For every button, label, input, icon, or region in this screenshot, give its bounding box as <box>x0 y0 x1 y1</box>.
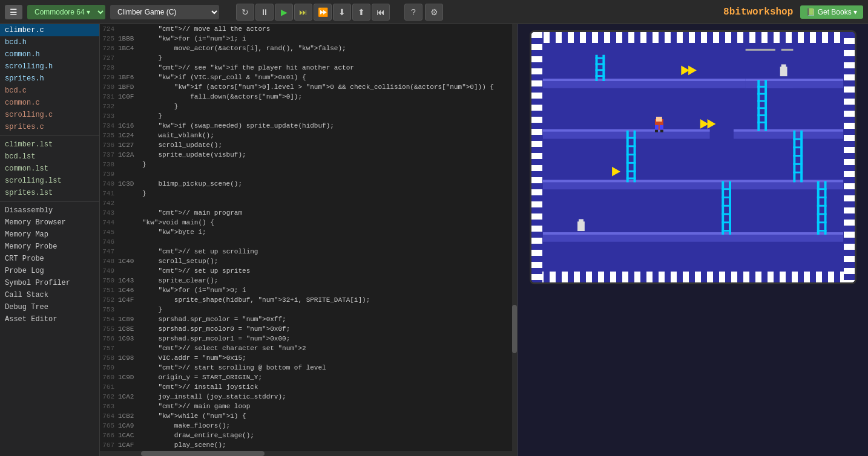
sidebar-item-symbol-profiler[interactable]: Symbol Profiler <box>0 277 99 289</box>
line-address <box>118 63 140 73</box>
code-line: 761 "cmt">// install joystick <box>100 382 512 392</box>
sidebar-item-climber-c[interactable]: climber.c <box>0 24 99 36</box>
line-number: 731 <box>100 92 118 102</box>
code-line: 7401C3D blimp_pickup_scene(); <box>100 179 512 189</box>
line-number: 751 <box>100 285 118 295</box>
svg-rect-29 <box>626 137 636 139</box>
line-number: 754 <box>100 314 118 324</box>
svg-rect-25 <box>757 114 767 116</box>
project-dropdown[interactable]: Climber Game (C) <box>110 5 219 19</box>
sidebar-item-memory-map[interactable]: Memory Map <box>0 229 99 241</box>
v-scrollbar-thumb[interactable] <box>512 305 517 353</box>
sidebar-item-sprites-lst[interactable]: sprites.lst <box>0 187 99 199</box>
svg-rect-21 <box>757 86 767 88</box>
line-address <box>118 208 140 218</box>
horizontal-scrollbar[interactable] <box>100 451 512 456</box>
svg-rect-67 <box>579 219 584 224</box>
line-address <box>118 160 140 169</box>
code-line: 7551C8E sprshad.spr_mcolor0 = "num">0x0f… <box>100 324 512 334</box>
line-code: draw_entire_stage(); <box>140 431 512 440</box>
step-over-button[interactable]: ⏭ <box>294 4 312 21</box>
line-code: "cmt">// main game loop <box>140 402 512 411</box>
svg-rect-31 <box>626 154 636 155</box>
sidebar-item-memory-probe[interactable]: Memory Probe <box>0 241 99 253</box>
line-number: 766 <box>100 431 118 440</box>
sidebar-item-call-stack[interactable]: Call Stack <box>0 289 99 301</box>
sidebar-item-sprites-c[interactable]: sprites.c <box>0 121 99 133</box>
line-code: "kw">for (i="num">1; i <box>140 34 512 44</box>
code-line: 732 } <box>100 102 512 111</box>
svg-rect-23 <box>757 100 767 102</box>
svg-rect-18 <box>595 75 605 77</box>
line-address <box>118 53 140 63</box>
get-books-button[interactable]: 📗 Get Books ▾ <box>800 5 863 19</box>
sidebar-item-bcd-h[interactable]: bcd.h <box>0 36 99 48</box>
code-editor: 724 "cmt">// move all the actors7251BBB … <box>100 24 512 456</box>
svg-rect-30 <box>626 145 636 147</box>
sidebar-item-asset-editor[interactable]: Asset Editor <box>0 313 99 325</box>
sidebar-item-common-c[interactable]: common.c <box>0 97 99 109</box>
code-line: 7671CAF play_scene(); <box>100 440 512 450</box>
sidebar-item-scrolling-lst[interactable]: scrolling.lst <box>0 175 99 187</box>
upload-button[interactable]: ⬆ <box>352 4 370 21</box>
line-number: 765 <box>100 421 118 431</box>
sidebar-item-sprites-h[interactable]: sprites.h <box>0 73 99 85</box>
fast-forward-button[interactable]: ⏩ <box>314 4 332 21</box>
sidebar-item-debug-tree[interactable]: Debug Tree <box>0 301 99 313</box>
sidebar-item-memory-browser[interactable]: Memory Browser <box>0 217 99 229</box>
line-address: 1CA2 <box>118 392 140 402</box>
sidebar-item-probe-log[interactable]: Probe Log <box>0 265 99 277</box>
sidebar-item-disassembly[interactable]: Disassembly <box>0 204 99 217</box>
vertical-scrollbar[interactable] <box>512 24 517 456</box>
code-line: 7501C43 sprite_clear(); <box>100 276 512 285</box>
code-line: 7361C27 scroll_update(); <box>100 140 512 150</box>
line-number: 733 <box>100 111 118 121</box>
sidebar-item-scrolling-c[interactable]: scrolling.c <box>0 109 99 121</box>
svg-rect-24 <box>757 107 767 109</box>
line-code: } <box>140 160 512 169</box>
play-button[interactable]: ▶ <box>275 4 293 21</box>
code-line: 728 "cmt">// see "kw">if the player hit … <box>100 63 512 73</box>
line-address <box>118 363 140 373</box>
settings-button[interactable]: ⚙ <box>425 4 443 21</box>
sidebar-item-common-lst[interactable]: common.lst <box>0 163 99 175</box>
sidebar-item-climber-lst[interactable]: climber.lst <box>0 138 99 151</box>
line-address <box>118 189 140 198</box>
code-line: 745 "kw">byte i; <box>100 227 512 237</box>
line-code: joy_install (joy_static_stddrv); <box>140 392 512 402</box>
platform-dropdown[interactable]: Commodore 64 ▾ <box>27 5 105 19</box>
line-address: 1C98 <box>118 353 140 363</box>
line-number: 732 <box>100 102 118 111</box>
help-button[interactable]: ? <box>404 4 422 21</box>
line-number: 755 <box>100 324 118 334</box>
menu-button[interactable]: ☰ <box>5 5 22 19</box>
line-address <box>118 266 140 276</box>
svg-rect-61 <box>659 125 663 130</box>
h-scrollbar-thumb[interactable] <box>141 451 265 456</box>
line-address <box>118 237 140 247</box>
line-code: sprite_update(visbuf); <box>140 150 512 160</box>
download-button[interactable]: ⬇ <box>333 4 351 21</box>
svg-rect-45 <box>722 197 731 198</box>
rewind-button[interactable]: ⏮ <box>372 4 390 21</box>
line-code: "cmt">// set up scrolling <box>140 247 512 256</box>
line-address <box>118 218 140 227</box>
topbar-right: 8bitworkshop 📗 Get Books ▾ <box>723 5 863 19</box>
line-number: 761 <box>100 382 118 392</box>
svg-rect-62 <box>655 130 658 132</box>
svg-rect-17 <box>595 69 605 71</box>
line-code: blimp_pickup_scene(); <box>140 179 512 189</box>
pause-button[interactable]: ⏸ <box>255 4 274 21</box>
code-area[interactable]: 724 "cmt">// move all the actors7251BBB … <box>100 24 512 451</box>
sidebar-item-bcd-c[interactable]: bcd.c <box>0 85 99 97</box>
svg-rect-54 <box>817 205 826 207</box>
line-address: 1C0F <box>118 92 140 102</box>
sidebar-item-crt-probe[interactable]: CRT Probe <box>0 253 99 265</box>
line-address: 1BFD <box>118 82 140 92</box>
sidebar-item-scrolling-h[interactable]: scrolling.h <box>0 60 99 73</box>
line-code: } <box>140 53 512 63</box>
sidebar-item-common-h[interactable]: common.h <box>0 48 99 60</box>
reload-button[interactable]: ↻ <box>236 4 254 21</box>
code-line: 7311C0F fall_down(&actors["num">0]); <box>100 92 512 102</box>
sidebar-item-bcd-lst[interactable]: bcd.lst <box>0 151 99 163</box>
